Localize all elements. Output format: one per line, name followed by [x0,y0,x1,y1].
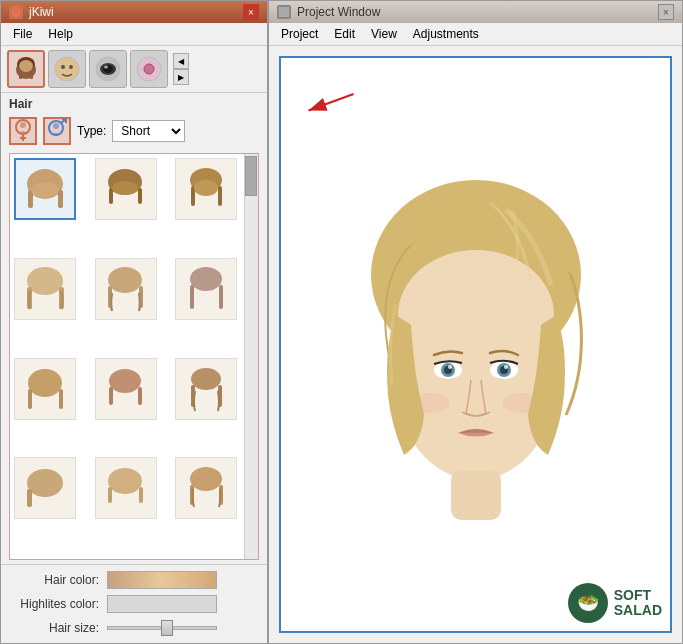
hair-item-1[interactable] [14,158,76,220]
svg-point-36 [27,267,63,295]
toolbar-makeup-button[interactable] [89,50,127,88]
hair-item-9[interactable] [175,358,237,420]
highlights-color-row: Highlites color: [9,595,259,613]
toolbar-face-button[interactable] [48,50,86,88]
hair-item-11[interactable] [95,457,157,519]
hair-item-12[interactable] [175,457,237,519]
svg-point-48 [109,369,141,393]
svg-point-59 [190,467,222,491]
project-canvas: 🥗 SOFT SALAD [279,56,672,633]
highlights-color-swatch[interactable] [107,595,217,613]
left-menu-bar: File Help [1,23,267,46]
svg-rect-55 [27,489,32,507]
menu-help[interactable]: Help [40,25,81,43]
menu-edit[interactable]: Edit [326,25,363,43]
hair-size-row: Hair size: [9,619,259,637]
svg-rect-57 [108,487,112,503]
watermark-text: SOFT SALAD [614,588,662,619]
hair-item-3[interactable] [175,158,237,220]
highlights-color-label: Highlites color: [9,597,99,611]
svg-point-68 [398,250,554,380]
svg-point-8 [69,65,73,69]
menu-view[interactable]: View [363,25,405,43]
svg-rect-58 [139,487,143,503]
right-close-button[interactable]: × [658,4,674,20]
scrollbar-thumb[interactable] [245,156,257,196]
type-label: Type: [77,124,106,138]
svg-point-27 [31,182,59,198]
svg-point-35 [194,180,218,196]
hair-grid-scrollbar[interactable] [244,154,258,559]
watermark-line2: SALAD [614,603,662,618]
slider-thumb [161,620,173,636]
svg-point-3 [19,60,33,72]
hair-color-row: Hair color: [9,571,259,589]
watermark-icon: 🥗 [568,583,608,623]
toolbar-hair-button[interactable] [7,50,45,88]
right-title-bar: Project Window × [269,1,682,23]
hair-item-2[interactable] [95,158,157,220]
hair-color-label: Hair color: [9,573,99,587]
hair-item-5[interactable] [95,258,157,320]
hair-item-10[interactable] [14,457,76,519]
svg-rect-5 [30,72,33,79]
right-panel: Project Window × Project Edit View Adjus… [268,0,683,644]
hair-type-select[interactable]: Short Medium Long Curly Wavy [112,120,185,142]
toolbar-accessory-button[interactable] [130,50,168,88]
toolbar-prev[interactable]: ◀ [173,53,189,69]
left-close-button[interactable]: × [243,4,259,20]
svg-point-18 [20,122,26,128]
hair-item-7[interactable] [14,358,76,420]
svg-rect-69 [451,470,501,520]
hair-controls: Type: Short Medium Long Curly Wavy [1,113,267,149]
svg-point-77 [504,365,508,369]
right-title-icon [277,5,291,19]
svg-point-42 [190,267,222,291]
hair-item-8[interactable] [95,358,157,420]
svg-rect-49 [109,387,113,405]
bottom-controls: Hair color: Highlites color: Hair size: [1,564,267,643]
svg-point-14 [144,64,154,74]
svg-point-39 [108,267,142,293]
right-title-text: Project Window [297,5,380,19]
gender-female-button[interactable] [9,117,37,145]
right-menu-bar: Project Edit View Adjustments [269,23,682,46]
svg-rect-46 [28,389,32,409]
gender-male-button[interactable] [43,117,71,145]
hair-color-swatch[interactable] [107,571,217,589]
svg-point-51 [191,368,221,390]
hair-size-slider-container [107,619,217,637]
svg-point-12 [104,66,108,69]
left-panel: jKiwi × File Help [0,0,268,644]
toolbar-next[interactable]: ▶ [173,69,189,85]
face-svg [336,155,616,535]
svg-point-0 [11,7,21,17]
svg-rect-34 [218,186,222,206]
arrow-indicator [301,88,361,118]
svg-point-31 [112,181,138,195]
toolbar-nav: ◀ ▶ [173,53,189,85]
svg-rect-63 [279,7,289,17]
app-icon [9,5,23,19]
hair-item-4[interactable] [14,258,76,320]
hair-grid-container [9,153,259,560]
menu-adjustments[interactable]: Adjustments [405,25,487,43]
menu-file[interactable]: File [5,25,40,43]
svg-point-7 [61,65,65,69]
hair-item-6[interactable] [175,258,237,320]
svg-point-23 [53,123,59,129]
svg-point-76 [448,365,452,369]
svg-rect-26 [58,190,63,208]
svg-rect-29 [109,188,113,204]
svg-line-65 [309,94,354,111]
svg-rect-47 [59,389,63,409]
menu-project[interactable]: Project [273,25,326,43]
face-preview [281,58,670,631]
toolbar: ◀ ▶ [1,46,267,93]
svg-rect-44 [219,285,223,309]
svg-point-6 [55,57,79,81]
svg-point-56 [108,468,142,494]
svg-rect-4 [19,72,22,79]
svg-point-54 [27,469,63,497]
svg-rect-43 [190,285,194,309]
